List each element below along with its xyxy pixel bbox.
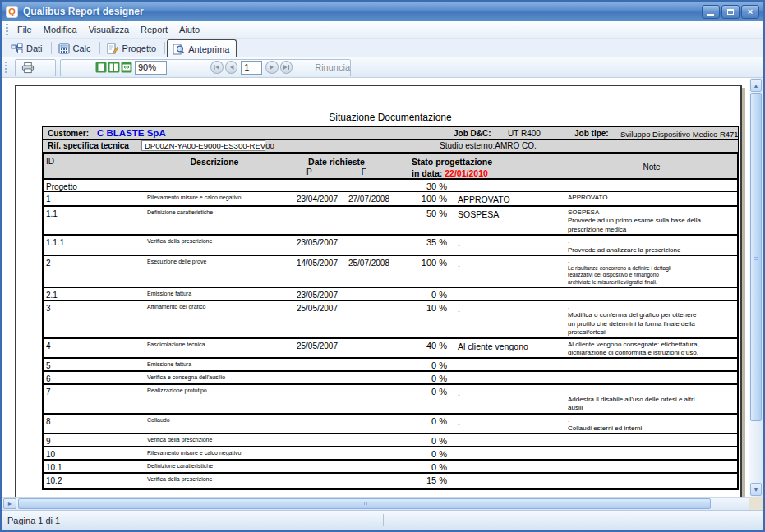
row-id: 9 [44,434,147,446]
col-header-p: P [282,167,337,177]
row-date-f [339,474,391,488]
scroll-up-icon[interactable]: ▲ [750,79,762,92]
vertical-scrollbar-thumb[interactable] [750,93,762,421]
minimize-button[interactable] [702,5,720,19]
horizontal-scrollbar-thumb[interactable] [18,498,711,509]
scroll-down-icon[interactable]: ▼ [750,483,762,496]
row-date-p [282,434,339,446]
app-logo-icon: Q [6,6,18,18]
row-percent: 15 % [391,474,449,488]
zoom-level-field[interactable]: 90% [135,61,167,75]
page-number-field[interactable]: 1 [241,61,262,75]
close-button[interactable]: × [741,5,759,19]
next-page-button[interactable] [265,61,279,74]
row-date-f [339,301,391,337]
table-row: 10.1Definizione caratteristiche0 % [44,461,737,474]
row-id: 1 [44,192,147,205]
menu-modifica[interactable]: Modifica [38,22,83,37]
row-stato [449,180,566,191]
row-descrizione: Affinamento del grafico [147,301,282,337]
report-table: ID Descrizione Date richieste P F Stato … [42,153,739,490]
customer-value: C BLASTE SpA [97,128,166,138]
tab-anteprima[interactable]: Anteprima [167,39,237,57]
stato-date: 22/01/2010 [445,168,488,178]
menu-report[interactable]: Report [135,22,173,37]
row-descrizione: Definizione caratteristiche [147,207,282,234]
row-id: 10.1 [44,461,147,472]
tab-separator [51,42,52,54]
row-date-f [339,385,391,412]
page-width-icon[interactable] [120,61,133,75]
vertical-scrollbar[interactable]: ▲ ▼ [749,78,763,497]
row-date-p [282,447,339,459]
toolbar-grip[interactable] [6,24,8,35]
row-id: 10 [44,447,147,459]
row-descrizione: Emissione fattura [147,359,282,370]
scroll-right-icon[interactable]: ► [3,498,16,509]
row-stato [449,288,566,300]
row-stato: . [449,256,566,287]
row-stato: . [449,301,566,337]
row-descrizione: Esecuzione delle prove [147,256,282,287]
report-header-row1: Customer: C BLASTE SpA Job D&C: UT R400 … [42,126,739,140]
col-header-date-richieste: Date richieste P F [282,154,391,178]
row-note [566,447,737,459]
tab-calc[interactable]: Calc [53,40,98,57]
row-descrizione: Emissione fattura [147,288,282,300]
row-id: 2 [44,256,147,287]
tab-label: Dati [26,44,43,53]
row-note: . Modifica o conferma del grafico per ot… [566,301,737,337]
menu-aiuto[interactable]: Aiuto [173,22,205,37]
row-descrizione: Realizzazione prototipo [147,385,282,412]
cancel-button[interactable]: Rinuncia [315,62,350,72]
row-note: SOSPESA Provvede ad un primo esame sulla… [566,207,737,234]
tab-dati[interactable]: Dati [6,40,49,57]
horizontal-scrollbar[interactable]: ◄ ► [2,497,749,510]
prev-page-button[interactable] [225,61,238,74]
row-id: Progetto [44,180,147,191]
row-stato: . [449,236,566,255]
col-header-id: ID [44,154,147,178]
row-id: 6 [44,372,147,383]
col-header-stato: Stato progettazione in data: 22/01/2010 [391,154,566,178]
window-title: Qualibus Report designer [23,6,144,17]
row-note: Al cliente vengono consegnate: etichetta… [566,339,737,358]
row-date-p [282,461,339,472]
row-date-p [282,415,339,433]
rif-label: Rif. specifica tecnica [48,141,129,150]
row-percent: 0 % [391,461,449,472]
row-note: . Le risultanze concorrono a definire i … [566,256,737,287]
row-percent: 0 % [391,385,449,412]
tab-separator [99,42,100,54]
menu-visualizza[interactable]: Visualizza [83,22,135,37]
col-header-descrizione: Descrizione [147,154,282,178]
job-dc-value: UT R400 [508,129,541,138]
row-descrizione: Rilevamento misure e calco negativo [147,192,282,205]
row-note: APPROVATO [566,192,737,205]
row-date-f [339,207,391,234]
menu-bar: FileModificaVisualizzaReportAiuto [2,21,763,39]
print-button[interactable] [21,61,35,75]
row-id: 5 [44,359,147,370]
row-date-p: 14/05/2007 [282,256,339,287]
table-row: 9Verifica della prescrizione0 % [44,434,737,447]
col-header-note: Note [566,154,737,178]
first-page-button[interactable] [210,61,224,74]
row-date-f [339,434,391,446]
row-note: . Collaudi esterni ed interni [566,415,737,433]
tab-progetto[interactable]: Progetto [102,40,164,57]
row-id: 1.1.1 [44,236,147,255]
last-page-button[interactable] [280,61,293,74]
row-note [566,359,737,370]
menu-file[interactable]: File [12,22,38,37]
multi-page-icon[interactable] [108,61,121,75]
tab-label: Progetto [122,44,157,53]
row-date-f [339,461,391,472]
toolbar-grip[interactable] [5,62,7,73]
whole-page-icon[interactable] [94,61,108,75]
status-bar: Pagina 1 di 1 [2,510,763,530]
maximize-button[interactable] [721,5,740,19]
row-date-f: 25/07/2008 [339,256,391,287]
row-percent: 0 % [391,434,449,446]
row-date-p: 23/05/2007 [282,288,339,300]
